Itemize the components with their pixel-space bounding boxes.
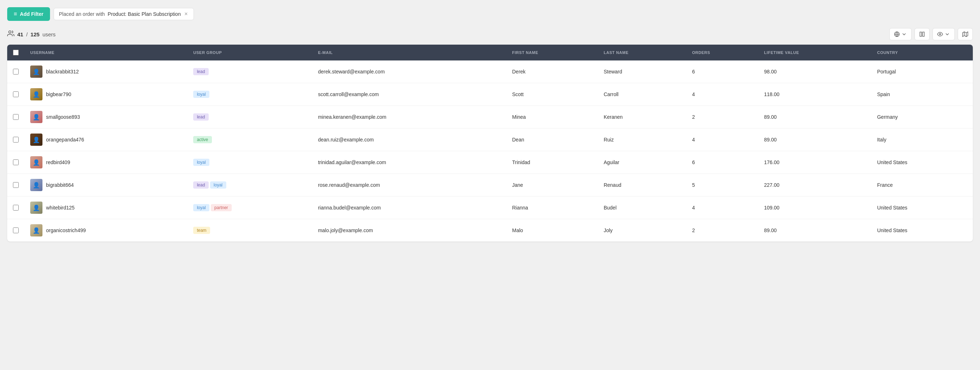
- td-lifetime-value: 89.00: [758, 106, 871, 129]
- td-email: rianna.budel@example.com: [312, 196, 507, 219]
- th-username: USERNAME: [24, 45, 188, 61]
- username-text[interactable]: whitebird125: [46, 205, 75, 211]
- td-orders: 5: [686, 174, 758, 196]
- td-lastname: Aguilar: [598, 151, 686, 174]
- td-username: 👤 smallgoose893: [24, 106, 188, 129]
- avatar: 👤: [30, 134, 43, 146]
- td-usergroup: lead: [188, 61, 312, 83]
- td-country: Italy: [871, 129, 973, 151]
- svg-point-5: [939, 33, 941, 35]
- tag-loyal: loyal: [193, 204, 209, 211]
- td-lastname: Budel: [598, 196, 686, 219]
- tag-team: team: [193, 227, 210, 234]
- eye-icon: [937, 31, 943, 37]
- td-username: 👤 redbird409: [24, 151, 188, 174]
- eye-button[interactable]: [932, 28, 955, 40]
- globe-button[interactable]: [889, 28, 912, 40]
- td-lastname: Renaud: [598, 174, 686, 196]
- row-checkbox[interactable]: [13, 91, 19, 97]
- username-text[interactable]: bigrabbit664: [46, 182, 74, 188]
- td-country: Germany: [871, 106, 973, 129]
- select-all-checkbox[interactable]: [13, 49, 19, 56]
- avatar: 👤: [30, 88, 43, 100]
- td-email: scott.carroll@example.com: [312, 83, 507, 106]
- td-usergroup: lead: [188, 106, 312, 129]
- map-button[interactable]: [958, 28, 973, 40]
- td-lifetime-value: 89.00: [758, 129, 871, 151]
- row-checkbox[interactable]: [13, 228, 19, 233]
- td-username: 👤 whitebird125: [24, 196, 188, 219]
- stats-left: 41 / 125 users: [7, 30, 56, 39]
- td-firstname: Malo: [506, 219, 598, 242]
- filter-close-button[interactable]: ×: [183, 11, 188, 17]
- row-checkbox[interactable]: [13, 182, 19, 188]
- table-header-row: USERNAME USER GROUP E-MAIL FIRST NAME LA…: [7, 45, 973, 61]
- tag-loyal: loyal: [210, 182, 226, 188]
- users-table-container: USERNAME USER GROUP E-MAIL FIRST NAME LA…: [7, 45, 973, 241]
- filter-prefix: Placed an order with: [59, 11, 105, 17]
- th-lifetimevalue: LIFETIME VALUE: [758, 45, 871, 61]
- page-wrapper: ≡ Add Filter Placed an order with Produc…: [0, 0, 980, 370]
- row-checkbox[interactable]: [13, 137, 19, 142]
- th-firstname: FIRST NAME: [506, 45, 598, 61]
- table-row: 👤 blackrabbit312 leadderek.steward@examp…: [7, 61, 973, 83]
- td-lastname: Carroll: [598, 83, 686, 106]
- td-email: trinidad.aguilar@example.com: [312, 151, 507, 174]
- row-checkbox[interactable]: [13, 114, 19, 120]
- table-row: 👤 bigrabbit664 leadloyalrose.renaud@exam…: [7, 174, 973, 196]
- td-orders: 4: [686, 83, 758, 106]
- td-orders: 2: [686, 106, 758, 129]
- username-text[interactable]: organicostrich499: [46, 228, 86, 233]
- svg-point-0: [9, 30, 11, 33]
- globe-icon: [894, 31, 900, 37]
- table-row: 👤 redbird409 loyaltrinidad.aguilar@examp…: [7, 151, 973, 174]
- stats-separator: /: [26, 31, 28, 37]
- filter-pill: Placed an order with Product: Basic Plan…: [54, 8, 194, 20]
- avatar: 👤: [30, 201, 43, 214]
- table-row: 👤 organicostrich499 teammalo.joly@exampl…: [7, 219, 973, 242]
- row-checkbox[interactable]: [13, 159, 19, 165]
- table-body: 👤 blackrabbit312 leadderek.steward@examp…: [7, 61, 973, 241]
- td-usergroup: leadloyal: [188, 174, 312, 196]
- td-usergroup: loyal: [188, 83, 312, 106]
- count-total: 125: [30, 31, 40, 37]
- avatar: 👤: [30, 224, 43, 236]
- tag-active: active: [193, 136, 212, 143]
- td-country: United States: [871, 219, 973, 242]
- td-firstname: Trinidad: [506, 151, 598, 174]
- username-text[interactable]: smallgoose893: [46, 114, 80, 120]
- td-username: 👤 bigbear790: [24, 83, 188, 106]
- td-orders: 6: [686, 61, 758, 83]
- username-text[interactable]: orangepanda476: [46, 137, 84, 142]
- username-text[interactable]: redbird409: [46, 159, 70, 165]
- add-filter-button[interactable]: ≡ Add Filter: [7, 7, 50, 21]
- avatar: 👤: [30, 179, 43, 191]
- td-lastname: Steward: [598, 61, 686, 83]
- stats-bar: 41 / 125 users: [7, 28, 973, 40]
- td-firstname: Derek: [506, 61, 598, 83]
- chevron-down-icon: [901, 31, 907, 37]
- svg-rect-4: [923, 32, 924, 36]
- row-checkbox[interactable]: [13, 205, 19, 211]
- stats-label: users: [43, 31, 56, 37]
- add-filter-label: Add Filter: [20, 11, 43, 17]
- th-usergroup: USER GROUP: [188, 45, 312, 61]
- td-country: Portugal: [871, 61, 973, 83]
- td-country: Spain: [871, 83, 973, 106]
- th-email: E-MAIL: [312, 45, 507, 61]
- tag-partner: partner: [211, 204, 232, 211]
- th-orders: ORDERS: [686, 45, 758, 61]
- td-orders: 4: [686, 129, 758, 151]
- row-checkbox[interactable]: [13, 69, 19, 75]
- td-lifetime-value: 109.00: [758, 196, 871, 219]
- username-text[interactable]: bigbear790: [46, 91, 71, 97]
- username-text[interactable]: blackrabbit312: [46, 69, 79, 75]
- td-email: rose.renaud@example.com: [312, 174, 507, 196]
- table-row: 👤 smallgoose893 leadminea.keranen@exampl…: [7, 106, 973, 129]
- table-row: 👤 orangepanda476 activedean.ruiz@example…: [7, 129, 973, 151]
- td-lifetime-value: 118.00: [758, 83, 871, 106]
- th-country: COUNTRY: [871, 45, 973, 61]
- td-username: 👤 bigrabbit664: [24, 174, 188, 196]
- td-firstname: Scott: [506, 83, 598, 106]
- columns-button[interactable]: [915, 28, 930, 40]
